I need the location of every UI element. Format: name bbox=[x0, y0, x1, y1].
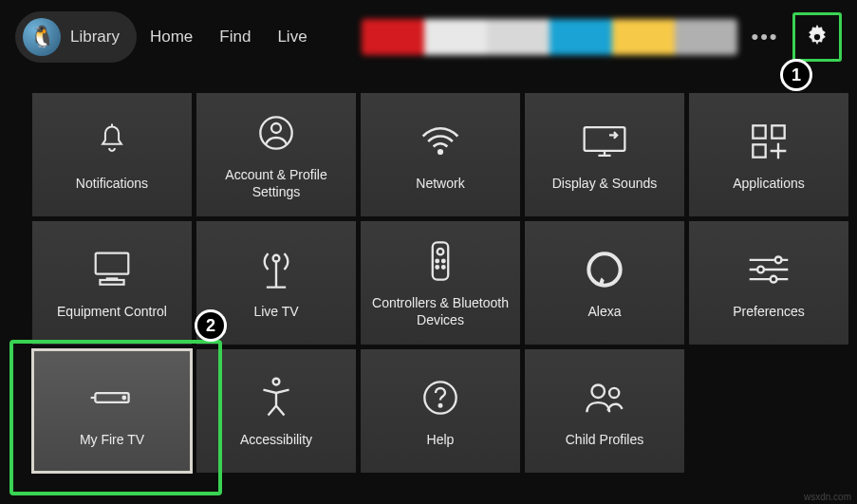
nav-live[interactable]: Live bbox=[277, 28, 307, 47]
svg-point-27 bbox=[591, 384, 605, 398]
annotation-step-1: 1 bbox=[780, 59, 812, 91]
profile-avatar: 🐧 bbox=[23, 18, 61, 56]
svg-point-18 bbox=[588, 253, 620, 285]
tile-label: Notifications bbox=[76, 175, 148, 192]
more-button[interactable]: ••• bbox=[745, 17, 785, 57]
remote-icon bbox=[429, 237, 452, 285]
tile-label: Applications bbox=[733, 175, 805, 192]
svg-point-24 bbox=[273, 379, 280, 385]
nav-home[interactable]: Home bbox=[150, 28, 193, 47]
svg-rect-5 bbox=[585, 127, 625, 151]
app-swatch[interactable] bbox=[487, 19, 550, 55]
app-swatch[interactable] bbox=[362, 19, 424, 55]
svg-point-11 bbox=[273, 255, 280, 262]
tile-label: Controllers & Bluetooth Devices bbox=[370, 294, 511, 328]
tile-label: Network bbox=[416, 175, 464, 192]
child-profiles-icon bbox=[584, 374, 625, 421]
svg-point-1 bbox=[813, 33, 821, 41]
svg-point-3 bbox=[271, 123, 281, 133]
tile-label: Accessibility bbox=[240, 431, 312, 448]
tile-myfiretv[interactable]: My Fire TV bbox=[32, 349, 192, 473]
tile-label: Child Profiles bbox=[566, 431, 643, 448]
app-swatch[interactable] bbox=[550, 19, 612, 55]
svg-point-13 bbox=[438, 249, 444, 255]
svg-rect-8 bbox=[753, 144, 765, 157]
bell-icon bbox=[96, 118, 128, 165]
tile-label: Alexa bbox=[587, 303, 621, 320]
settings-highlight bbox=[792, 12, 842, 62]
tile-alexa[interactable]: Alexa bbox=[525, 221, 684, 345]
tile-label: Equipment Control bbox=[57, 303, 167, 320]
svg-rect-10 bbox=[100, 280, 123, 285]
settings-grid: Notifications Account & Profile Settings… bbox=[0, 93, 857, 473]
tile-network[interactable]: Network bbox=[361, 93, 520, 216]
tile-display[interactable]: Display & Sounds bbox=[525, 93, 684, 216]
svg-rect-9 bbox=[96, 253, 129, 274]
tile-label: Help bbox=[427, 431, 455, 448]
watermark: wsxdn.com bbox=[804, 492, 851, 502]
tile-account[interactable]: Account & Profile Settings bbox=[196, 93, 356, 216]
svg-point-14 bbox=[436, 259, 438, 262]
tile-preferences[interactable]: Preferences bbox=[689, 221, 848, 345]
antenna-icon bbox=[258, 246, 294, 293]
tile-label: My Fire TV bbox=[80, 431, 144, 448]
user-circle-icon bbox=[257, 109, 295, 157]
app-swatch[interactable] bbox=[612, 19, 675, 55]
tile-equipment[interactable]: Equipment Control bbox=[32, 221, 192, 345]
more-icon: ••• bbox=[751, 25, 778, 49]
firetv-stick-icon bbox=[89, 374, 135, 421]
svg-point-28 bbox=[609, 388, 619, 398]
tile-accessibility[interactable]: Accessibility bbox=[196, 349, 356, 473]
svg-point-20 bbox=[757, 267, 764, 273]
sliders-icon bbox=[748, 246, 790, 293]
display-icon bbox=[583, 118, 626, 165]
svg-point-26 bbox=[439, 404, 442, 407]
tile-label: Preferences bbox=[733, 303, 804, 320]
top-bar: 🐧 Library Home Find Live ••• bbox=[0, 0, 857, 74]
nav-library[interactable]: Library bbox=[70, 28, 120, 47]
apps-icon bbox=[750, 118, 788, 165]
tile-label: Account & Profile Settings bbox=[206, 166, 346, 200]
help-icon bbox=[421, 374, 459, 421]
annotation-step-2: 2 bbox=[195, 309, 227, 342]
svg-point-23 bbox=[123, 397, 126, 400]
settings-button[interactable] bbox=[797, 17, 837, 57]
wifi-icon bbox=[419, 118, 461, 165]
svg-point-16 bbox=[436, 266, 438, 269]
tile-child[interactable]: Child Profiles bbox=[525, 349, 684, 473]
tile-help[interactable]: Help bbox=[361, 349, 520, 473]
gear-icon bbox=[803, 23, 831, 51]
svg-rect-7 bbox=[772, 125, 784, 138]
tile-applications[interactable]: Applications bbox=[689, 93, 848, 216]
tile-label: Display & Sounds bbox=[552, 175, 658, 192]
tile-controllers[interactable]: Controllers & Bluetooth Devices bbox=[361, 221, 520, 345]
app-strip[interactable] bbox=[362, 19, 737, 55]
equipment-icon bbox=[91, 246, 133, 293]
app-swatch[interactable] bbox=[675, 19, 737, 55]
nav-find[interactable]: Find bbox=[219, 28, 251, 47]
svg-rect-6 bbox=[753, 125, 765, 138]
svg-point-17 bbox=[442, 266, 445, 269]
svg-point-15 bbox=[442, 259, 445, 262]
tile-label: Live TV bbox=[253, 303, 298, 320]
tile-notifications[interactable]: Notifications bbox=[32, 93, 192, 216]
accessibility-icon bbox=[259, 374, 293, 421]
svg-point-4 bbox=[438, 150, 442, 154]
app-swatch[interactable] bbox=[424, 19, 487, 55]
profile-pill[interactable]: 🐧 Library bbox=[15, 11, 137, 63]
nav-links: Home Find Live bbox=[150, 28, 307, 47]
alexa-icon bbox=[586, 246, 624, 293]
svg-point-21 bbox=[771, 276, 777, 283]
svg-point-19 bbox=[775, 256, 782, 263]
